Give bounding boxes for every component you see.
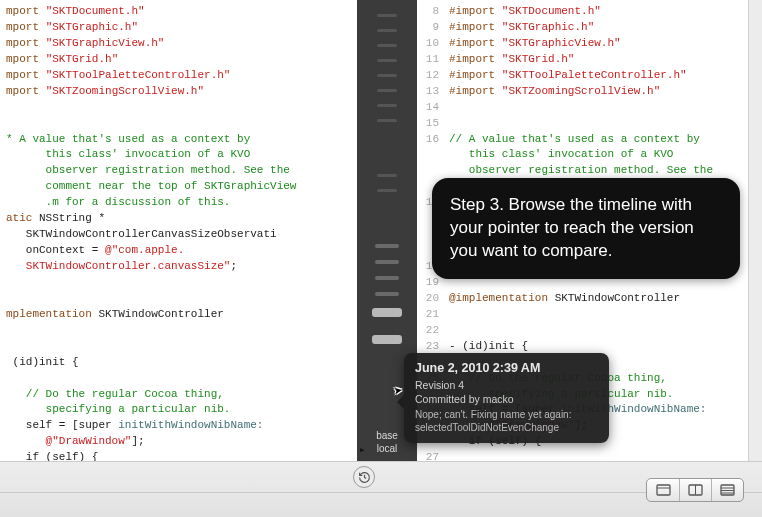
timeline-marker-hover[interactable]: [372, 335, 402, 344]
timeline-local-label[interactable]: local: [357, 442, 417, 455]
instructional-callout: Step 3. Browse the timeline with your po…: [432, 178, 740, 279]
history-icon[interactable]: [353, 466, 375, 488]
timeline-tick[interactable]: [375, 260, 399, 264]
timeline-tick[interactable]: [375, 276, 399, 280]
tooltip-revision: Revision 4: [415, 378, 598, 392]
timeline-marker-current[interactable]: [372, 308, 402, 317]
editor-area: mport "SKTDocument.h" mport "SKTGraphic.…: [0, 0, 762, 461]
timeline-prev-icon[interactable]: ▸: [359, 443, 366, 456]
tooltip-author: Committed by macko: [415, 392, 598, 406]
timeline-tick[interactable]: [377, 59, 397, 62]
svg-rect-0: [657, 485, 670, 495]
timeline-tick[interactable]: [377, 89, 397, 92]
view-mode-switcher[interactable]: [646, 478, 744, 502]
tooltip-message: Nope; can't. Fixing name yet again: sele…: [415, 408, 598, 434]
version-editor-window: mport "SKTDocument.h" mport "SKTGraphic.…: [0, 0, 762, 517]
timeline-tick[interactable]: [377, 119, 397, 122]
tooltip-date: June 2, 2010 2:39 AM: [415, 361, 598, 375]
left-code-pane[interactable]: mport "SKTDocument.h" mport "SKTGraphic.…: [0, 0, 357, 461]
timeline-tick[interactable]: [375, 292, 399, 296]
timeline-tick[interactable]: [377, 14, 397, 17]
timeline-tick[interactable]: [377, 29, 397, 32]
timeline-tick[interactable]: [377, 104, 397, 107]
scrollbar[interactable]: [748, 0, 762, 461]
timeline-tick[interactable]: [377, 74, 397, 77]
timeline-tick[interactable]: [377, 189, 397, 192]
toolbar-footer: [0, 461, 762, 517]
assistant-editor-icon[interactable]: [679, 479, 711, 501]
callout-text: Step 3. Browse the timeline with your po…: [450, 195, 694, 260]
timeline-tick[interactable]: [377, 44, 397, 47]
revision-tooltip: June 2, 2010 2:39 AM Revision 4 Committe…: [404, 353, 609, 443]
timeline-tick[interactable]: [375, 244, 399, 248]
version-editor-icon[interactable]: [711, 479, 743, 501]
timeline-tick[interactable]: [377, 174, 397, 177]
standard-editor-icon[interactable]: [647, 479, 679, 501]
